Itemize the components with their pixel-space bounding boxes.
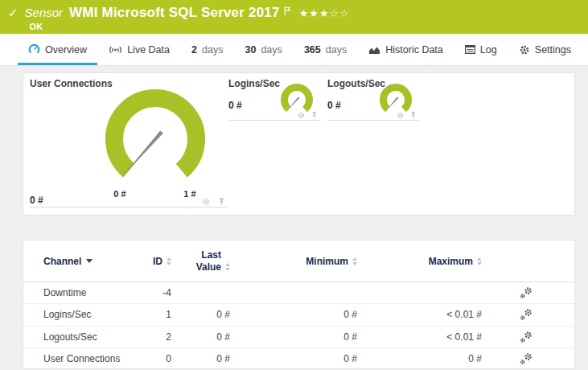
gauge-gear-icon[interactable] — [299, 113, 303, 117]
channel-name: Downtime — [43, 287, 150, 298]
divider — [327, 120, 419, 121]
logins-gauge-value: 0 # — [228, 100, 242, 111]
channel-last-value: 0 # — [171, 309, 230, 320]
channel-id: 1 — [150, 309, 171, 320]
table-row[interactable]: Logouts/Sec 2 0 # 0 # < 0.01 # — [23, 327, 574, 348]
gauge-scale-min: 0 # — [106, 189, 134, 199]
table-row[interactable]: Logins/Sec 1 0 # 0 # < 0.01 # — [23, 304, 574, 326]
channel-last-value: 0 # — [171, 331, 230, 343]
status-badge: OK — [30, 22, 350, 31]
column-header-channel[interactable]: Channel — [43, 256, 150, 267]
channel-maximum: 0 # — [357, 353, 482, 364]
page-title: WMI Microsoft SQL Server 2017 — [69, 5, 280, 21]
channel-name: Logins/Sec — [43, 309, 150, 320]
table-header-row: Channel ID Last Value Minimum Maximum — [23, 240, 574, 282]
stars-filled: ★★★ — [299, 7, 330, 19]
primary-gauge-actions — [202, 197, 228, 206]
channel-table-panel: Channel ID Last Value Minimum Maximum Do… — [23, 240, 575, 369]
logins-gauge-actions — [298, 111, 320, 120]
gauge-pin-icon[interactable] — [411, 112, 415, 119]
gauge-needle — [288, 97, 300, 110]
channel-name: User Connections — [43, 353, 150, 364]
log-icon — [465, 45, 475, 54]
settings-gear-icon — [519, 44, 530, 56]
logouts-gauge-value: 0 # — [327, 100, 341, 111]
logins-gauge-title: Logins/Sec — [228, 78, 280, 89]
channel-id: 0 — [150, 353, 171, 364]
object-kind-label: Sensor — [25, 6, 64, 19]
status-ok-check-icon: ✓ — [8, 6, 19, 20]
primary-gauge-value: 0 # — [30, 195, 43, 206]
table-row[interactable]: User Connections 0 0 # 0 # 0 # — [23, 348, 574, 369]
priority-stars[interactable]: ★★★☆☆ — [299, 7, 350, 19]
channel-id: -4 — [150, 287, 171, 298]
channel-settings-gears-icon[interactable] — [482, 308, 570, 321]
tab-bar: Overview Live Data 2 days 30 days 365 da… — [0, 34, 588, 66]
tab-365-days[interactable]: 365 days — [294, 34, 357, 65]
priority-flag-icon[interactable] — [284, 5, 291, 19]
channel-name: Logouts/Sec — [43, 331, 150, 343]
tab-settings[interactable]: Settings — [508, 34, 582, 65]
tab-2-days[interactable]: 2 days — [181, 34, 233, 65]
divider — [228, 120, 320, 121]
channel-settings-gears-icon[interactable] — [482, 286, 570, 299]
channel-minimum: 0 # — [230, 331, 357, 343]
stars-empty: ☆☆ — [330, 7, 350, 19]
tab-historic-data[interactable]: Historic Data — [358, 34, 454, 65]
column-header-maximum[interactable]: Maximum — [357, 256, 482, 267]
sort-desc-icon — [86, 259, 93, 263]
channel-settings-gears-icon[interactable] — [482, 331, 570, 343]
sensor-status-header: ✓ Sensor WMI Microsoft SQL Server 2017 ★… — [0, 0, 588, 34]
channel-settings-gears-icon[interactable] — [482, 352, 570, 365]
gauge-gear-icon[interactable] — [204, 199, 208, 204]
gauges-panel: User Connections 0 # 1 # 0 # Logins/Sec … — [23, 72, 575, 216]
gauge-pin-icon[interactable] — [312, 112, 316, 119]
tab-log[interactable]: Log — [454, 34, 508, 65]
live-data-icon — [109, 45, 122, 55]
column-header-last-value[interactable]: Last Value — [171, 249, 230, 273]
divider — [30, 207, 228, 208]
user-connections-gauge — [99, 83, 212, 195]
column-header-id[interactable]: ID — [150, 256, 171, 267]
tab-overview[interactable]: Overview — [18, 34, 97, 65]
column-header-minimum[interactable]: Minimum — [230, 256, 357, 267]
tab-30-days[interactable]: 30 days — [235, 34, 293, 65]
gauge-pin-icon[interactable] — [220, 198, 224, 205]
gauge-scale-max: 1 # — [176, 189, 204, 199]
sort-icon — [477, 257, 482, 265]
table-row[interactable]: Downtime -4 — [23, 282, 574, 304]
gauge-needle — [387, 97, 399, 110]
gauge-gear-icon[interactable] — [398, 113, 402, 117]
channel-minimum: 0 # — [230, 353, 357, 364]
gauge-icon — [28, 43, 40, 56]
channel-maximum: < 0.01 # — [357, 309, 482, 320]
channel-last-value: 0 # — [171, 353, 230, 364]
channel-maximum: < 0.01 # — [357, 331, 482, 343]
historic-data-icon — [368, 45, 380, 55]
logouts-gauge-actions — [397, 111, 419, 120]
channel-minimum: 0 # — [230, 309, 357, 320]
tab-live-data[interactable]: Live Data — [98, 34, 180, 65]
logouts-gauge-title: Logouts/Sec — [327, 78, 385, 89]
channel-id: 2 — [150, 331, 171, 343]
